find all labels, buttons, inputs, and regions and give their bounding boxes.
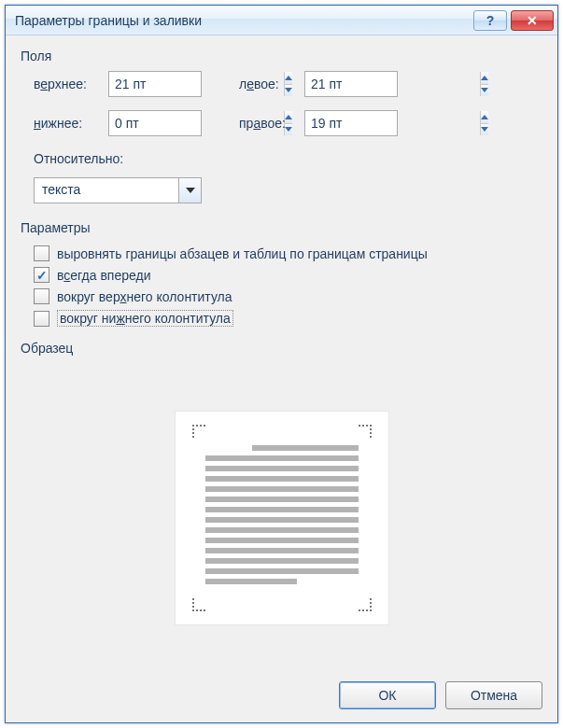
margin-top-label: верхнее: — [34, 77, 108, 91]
margins-grid: верхнее: левое: нижнее: — [34, 71, 542, 136]
margin-right-spinner[interactable] — [304, 110, 398, 136]
dialog-title: Параметры границы и заливки — [15, 13, 473, 28]
chevron-down-icon — [481, 88, 488, 92]
corner-marker-br — [359, 598, 372, 611]
dialog-button-row: ОК Отмена — [21, 672, 542, 709]
ok-button-label: ОК — [378, 688, 396, 703]
preview-text-lines — [205, 445, 359, 595]
help-button[interactable]: ? — [473, 10, 507, 31]
preview-area — [21, 363, 542, 672]
help-icon: ? — [486, 13, 495, 28]
dialog-window: Параметры границы и заливки ? ✕ Поля вер… — [5, 5, 558, 723]
always-front-label: всегда впереди — [57, 268, 150, 283]
relative-dropdown-button[interactable] — [178, 178, 201, 203]
relative-row: Относительно: — [34, 151, 542, 166]
around-header-checkbox[interactable] — [34, 288, 49, 304]
margin-left-input[interactable] — [305, 72, 480, 96]
chevron-down-icon — [186, 188, 195, 193]
margin-bottom-spinner[interactable] — [108, 110, 202, 136]
relative-label: Относительно: — [34, 151, 123, 166]
ok-button[interactable]: ОК — [339, 681, 436, 709]
margin-left-label: левое: — [239, 77, 304, 91]
margin-bottom-label: нижнее: — [34, 116, 108, 131]
close-button[interactable]: ✕ — [511, 10, 554, 31]
preview-group-label: Образец — [21, 341, 542, 356]
chevron-up-icon — [481, 115, 488, 119]
margin-left-spinner[interactable] — [304, 71, 398, 97]
margin-left-spin-buttons — [480, 72, 488, 96]
close-icon: ✕ — [527, 13, 538, 28]
corner-marker-tl — [192, 425, 205, 438]
titlebar: Параметры границы и заливки ? ✕ — [6, 6, 557, 35]
corner-marker-tr — [359, 425, 372, 438]
dialog-content: Поля верхнее: левое: нижнее: — [6, 35, 557, 722]
cancel-button[interactable]: Отмена — [445, 681, 542, 709]
checkmark-icon: ✓ — [36, 269, 48, 282]
around-footer-label: вокруг нижнего колонтитула — [57, 310, 233, 327]
around-footer-checkbox[interactable] — [34, 311, 49, 327]
option-align-borders[interactable]: выровнять границы абзацев и таблиц по гр… — [34, 245, 542, 261]
option-always-front[interactable]: ✓ всегда впереди — [34, 267, 542, 283]
align-borders-label: выровнять границы абзацев и таблиц по гр… — [57, 246, 428, 261]
margin-top-spinner[interactable] — [108, 71, 202, 97]
margin-right-down[interactable] — [481, 124, 488, 136]
relative-combo[interactable]: текста — [34, 177, 202, 203]
margin-right-label: правое: — [239, 116, 304, 131]
option-around-header[interactable]: вокруг верхнего колонтитула — [34, 288, 542, 304]
chevron-down-icon — [481, 127, 488, 132]
margin-right-input[interactable] — [305, 111, 480, 135]
always-front-checkbox[interactable]: ✓ — [34, 267, 49, 283]
titlebar-buttons: ? ✕ — [473, 10, 554, 31]
corner-marker-bl — [192, 598, 205, 611]
cancel-button-label: Отмена — [471, 688, 517, 703]
fields-group-label: Поля — [21, 49, 542, 63]
margin-left-up[interactable] — [481, 72, 488, 85]
relative-value: текста — [35, 178, 178, 203]
preview-box — [175, 411, 389, 625]
align-borders-checkbox[interactable] — [34, 245, 49, 261]
chevron-up-icon — [481, 76, 488, 80]
margin-right-up[interactable] — [481, 111, 488, 124]
around-header-label: вокруг верхнего колонтитула — [57, 289, 232, 304]
margin-left-down[interactable] — [481, 85, 488, 97]
option-around-footer[interactable]: вокруг нижнего колонтитула — [34, 310, 542, 327]
margin-right-spin-buttons — [480, 111, 488, 135]
params-group-label: Параметры — [21, 220, 542, 235]
